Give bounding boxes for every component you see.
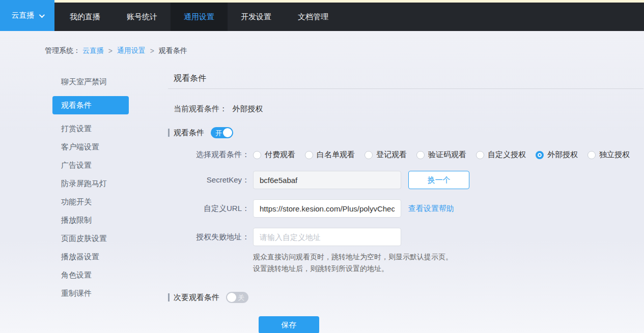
sidebar-item-client-settings[interactable]: 客户端设置 [52, 138, 129, 156]
secondary-condition-label: 次要观看条件 [174, 293, 219, 302]
fail-address-label: 授权失败地址： [168, 232, 249, 242]
current-condition-label: 当前观看条件： [174, 104, 227, 113]
settings-sidebar: 聊天室严禁词 观看条件 打赏设置 客户端设置 广告设置 防录屏跑马灯 功能开关 … [52, 73, 129, 302]
toggle-knob [223, 128, 232, 137]
toggle-on-label: 开 [215, 129, 222, 138]
watch-condition-section-label: 观看条件 [174, 128, 204, 138]
fail-address-hint: 观众直接访问观看页时，跳转地址为空时，则显示默认提示页。 设置跳转地址后，则跳转… [253, 251, 643, 275]
radio-circle-icon-selected [536, 151, 544, 159]
toggle-off-label: 关 [238, 293, 244, 302]
sidebar-item-watch-conditions[interactable]: 观看条件 [52, 96, 129, 114]
radio-circle-icon [587, 151, 596, 159]
view-setup-help-link[interactable]: 查看设置帮助 [408, 204, 454, 214]
watch-condition-section-head: 观看条件 开 [168, 127, 643, 138]
breadcrumb-separator: > [108, 47, 113, 55]
chevron-down-icon [39, 12, 44, 17]
section-marker-bar [168, 129, 170, 137]
sidebar-item-ad-settings[interactable]: 广告设置 [52, 156, 129, 174]
regenerate-key-button[interactable]: 换一个 [408, 171, 469, 189]
sidebar-item-remake-courseware[interactable]: 重制课件 [52, 284, 129, 302]
custom-url-input[interactable] [253, 199, 401, 218]
radio-circle-icon [476, 151, 484, 159]
breadcrumb-current: 观看条件 [159, 46, 187, 54]
secondary-condition-section-head: 次要观看条件 关 [168, 292, 643, 303]
condition-select-row: 选择观看条件： 付费观看 白名单观看 登记观看 验证码观看 自定义授权 [168, 150, 643, 160]
current-condition: 当前观看条件： 外部授权 [174, 104, 643, 114]
sidebar-item-reward-settings[interactable]: 打赏设置 [52, 119, 129, 138]
page-title: 观看条件 [174, 73, 643, 84]
nav-menu: 我的直播 账号统计 通用设置 开发设置 文档管理 [54, 3, 644, 31]
hint-line-1: 观众直接访问观看页时，跳转地址为空时，则显示默认提示页。 [253, 251, 643, 263]
breadcrumb: 管理系统： 云直播 > 通用设置 > 观看条件 [45, 46, 187, 55]
radio-circle-icon [365, 151, 373, 159]
radio-label: 验证码观看 [428, 150, 466, 160]
sidebar-item-player-settings[interactable]: 播放器设置 [52, 248, 129, 266]
watch-condition-toggle[interactable]: 开 [211, 127, 233, 138]
breadcrumb-prefix: 管理系统： [45, 46, 80, 54]
radio-label: 付费观看 [265, 150, 295, 160]
secret-key-row: SecretKey： 换一个 [168, 171, 643, 189]
title-divider [168, 88, 643, 89]
fail-address-input[interactable] [253, 228, 401, 246]
radio-whitelist-viewing[interactable]: 白名单观看 [305, 150, 355, 160]
sidebar-item-feature-switches[interactable]: 功能开关 [52, 193, 129, 211]
sidebar-item-playback-limits[interactable]: 播放限制 [52, 211, 129, 229]
product-name: 云直播 [12, 11, 35, 20]
breadcrumb-separator: > [150, 47, 154, 55]
nav-item-doc-management[interactable]: 文档管理 [285, 3, 342, 31]
radio-independent-auth[interactable]: 独立授权 [587, 150, 630, 160]
radio-label: 白名单观看 [317, 150, 355, 160]
condition-select-label: 选择观看条件： [168, 150, 249, 160]
condition-radio-group: 付费观看 白名单观看 登记观看 验证码观看 自定义授权 外部授权 [253, 150, 639, 160]
product-switcher[interactable]: 云直播 [0, 0, 54, 31]
section-marker-bar [168, 293, 170, 301]
breadcrumb-link-cloud-live[interactable]: 云直播 [82, 46, 104, 54]
sidebar-item-anti-record-marquee[interactable]: 防录屏跑马灯 [52, 174, 129, 193]
nav-item-general-settings[interactable]: 通用设置 [171, 3, 228, 31]
radio-paid-viewing[interactable]: 付费观看 [253, 150, 295, 160]
nav-item-dev-settings[interactable]: 开发设置 [228, 3, 285, 31]
custom-url-row: 自定义URL： 查看设置帮助 [168, 199, 643, 218]
secondary-condition-toggle[interactable]: 关 [226, 292, 248, 303]
toggle-knob [227, 293, 236, 302]
secret-key-input[interactable] [253, 171, 401, 189]
save-button[interactable]: 保存 [259, 316, 319, 333]
main-panel: 观看条件 当前观看条件： 外部授权 观看条件 开 选择观看条件： 付费观看 白名… [168, 69, 643, 333]
radio-label: 登记观看 [376, 150, 407, 160]
hint-line-2: 设置跳转地址后，则跳转到所设置的地址。 [253, 263, 643, 275]
current-condition-value: 外部授权 [232, 104, 263, 113]
fail-address-row: 授权失败地址： [168, 228, 643, 246]
radio-external-auth[interactable]: 外部授权 [536, 150, 578, 160]
nav-item-my-live[interactable]: 我的直播 [57, 3, 114, 31]
radio-label: 自定义授权 [488, 150, 526, 160]
radio-label: 独立授权 [599, 150, 630, 160]
radio-circle-icon [305, 151, 313, 159]
radio-circle-icon [416, 151, 425, 159]
radio-registered-viewing[interactable]: 登记观看 [365, 150, 407, 160]
sidebar-item-chat-banned-words[interactable]: 聊天室严禁词 [52, 73, 129, 91]
sidebar-item-role-settings[interactable]: 角色设置 [52, 266, 129, 284]
radio-label: 外部授权 [547, 150, 578, 160]
secret-key-label: SecretKey： [168, 175, 249, 185]
radio-code-viewing[interactable]: 验证码观看 [416, 150, 466, 160]
radio-circle-icon [253, 151, 261, 159]
top-navbar: 云直播 我的直播 账号统计 通用设置 开发设置 文档管理 [0, 0, 644, 31]
sidebar-item-page-skin-settings[interactable]: 页面皮肤设置 [52, 229, 129, 248]
breadcrumb-link-general-settings[interactable]: 通用设置 [117, 46, 146, 54]
nav-item-account-stats[interactable]: 账号统计 [114, 3, 171, 31]
radio-custom-auth[interactable]: 自定义授权 [476, 150, 526, 160]
custom-url-label: 自定义URL： [168, 204, 249, 214]
